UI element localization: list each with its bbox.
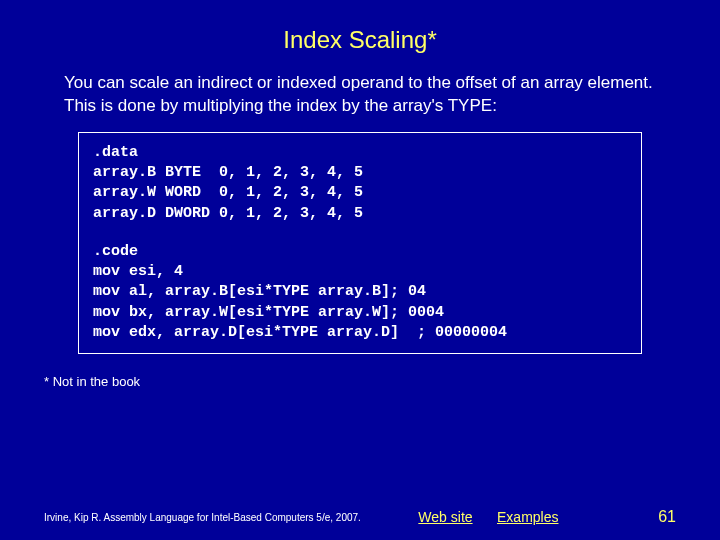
examples-link[interactable]: Examples: [497, 509, 558, 525]
attribution-text: Irvine, Kip R. Assembly Language for Int…: [44, 512, 361, 523]
footnote: * Not in the book: [0, 354, 720, 395]
slide: Index Scaling* You can scale an indirect…: [0, 0, 720, 540]
code-data-section: .data array.B BYTE 0, 1, 2, 3, 4, 5 arra…: [93, 143, 627, 224]
page-number: 61: [616, 508, 676, 526]
footer-links: Web site Examples: [361, 508, 616, 526]
body-paragraph: You can scale an indirect or indexed ope…: [0, 72, 720, 132]
website-link[interactable]: Web site: [418, 509, 472, 525]
slide-title: Index Scaling*: [0, 0, 720, 72]
footer: Irvine, Kip R. Assembly Language for Int…: [0, 508, 720, 526]
code-gap: [93, 224, 627, 242]
code-code-section: .code mov esi, 4 mov al, array.B[esi*TYP…: [93, 242, 627, 343]
code-box: .data array.B BYTE 0, 1, 2, 3, 4, 5 arra…: [78, 132, 642, 354]
